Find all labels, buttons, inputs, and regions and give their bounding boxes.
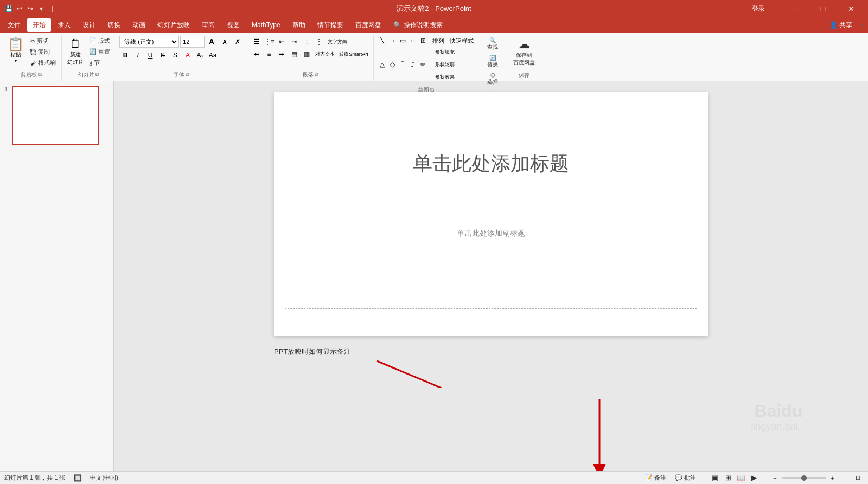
shape-diamond[interactable]: ◇ xyxy=(387,60,397,69)
increase-indent-button[interactable]: ⇥ xyxy=(288,36,300,48)
slide-canvas[interactable]: 单击此处添加标题 单击此处添加副标题 xyxy=(274,92,708,336)
title-placeholder[interactable]: 单击此处添加标题 xyxy=(285,114,697,214)
paragraph-expand-icon[interactable]: ⧉ xyxy=(315,72,318,78)
menu-design[interactable]: 设计 xyxy=(77,18,101,32)
paste-button[interactable]: 📋 粘贴 ▾ xyxy=(4,36,27,68)
layout-button[interactable]: 📄 版式 xyxy=(87,36,112,46)
shape-rect[interactable]: ▭ xyxy=(398,36,407,46)
format-paint-button[interactable]: 🖌 格式刷 xyxy=(28,57,58,68)
text-direction-button[interactable]: 文字方向 xyxy=(326,36,349,48)
shape-triangle[interactable]: △ xyxy=(377,60,387,69)
zoom-out-button[interactable]: − xyxy=(770,474,780,482)
fit-slide-button[interactable]: ⊡ xyxy=(852,473,864,482)
shape-outline-button[interactable]: 形状轮廓 xyxy=(429,59,461,70)
menu-transitions[interactable]: 切换 xyxy=(102,18,126,32)
svg-line-0 xyxy=(377,361,480,388)
columns-button[interactable]: ⋮ xyxy=(313,36,325,48)
zoom-slider[interactable] xyxy=(782,477,826,479)
quick-styles-button[interactable]: 快速样式 xyxy=(449,36,475,46)
shape-connector[interactable]: ⤴ xyxy=(408,60,418,69)
minimize-button[interactable]: ─ xyxy=(782,0,807,17)
menu-baidu-pan[interactable]: 百度网盘 xyxy=(350,18,387,32)
shape-more[interactable]: ⊞ xyxy=(418,36,428,46)
align-center-button[interactable]: ≡ xyxy=(263,48,275,60)
font-size-input[interactable] xyxy=(180,36,205,48)
reading-view-button[interactable]: 📖 xyxy=(735,473,748,483)
menu-search[interactable]: 🔍 操作说明搜索 xyxy=(388,18,448,32)
new-slide-button[interactable]: 🗒 新建 幻灯片 xyxy=(65,36,86,67)
clipboard-expand-icon[interactable]: ⧉ xyxy=(38,72,42,78)
char-case-button[interactable]: Aa xyxy=(207,49,219,61)
bold-button[interactable]: B xyxy=(119,49,131,61)
reset-button[interactable]: 🔄 重置 xyxy=(87,47,112,57)
shape-fill-button[interactable]: 形状填充 xyxy=(429,46,461,58)
shadow-button[interactable]: S xyxy=(169,49,181,61)
font-color-button[interactable]: A xyxy=(182,49,194,61)
slide-sorter-button[interactable]: ⊞ xyxy=(722,473,735,483)
zoom-in-button[interactable]: + xyxy=(828,474,838,482)
copy-button[interactable]: ⿻ 复制 xyxy=(28,47,58,57)
clear-format-button[interactable]: ✗ xyxy=(232,36,244,48)
line-spacing-button[interactable]: ↕ xyxy=(301,36,312,48)
cut-button[interactable]: ✂ 剪切 xyxy=(28,36,58,46)
shape-freeform[interactable]: ✏ xyxy=(418,60,428,69)
increase-font-button[interactable]: A xyxy=(206,36,218,48)
decrease-indent-button[interactable]: ⇤ xyxy=(276,36,288,48)
paragraph-content: ☰ ⋮≡ ⇤ ⇥ ↕ ⋮ 文字方向 ⬅ ≡ ➡ ▤ ▥ 对齐文本 转换Smart… xyxy=(251,36,370,70)
numbering-button[interactable]: ⋮≡ xyxy=(263,36,275,48)
char-spacing-button[interactable]: Aᵥ xyxy=(194,49,206,61)
menu-slideshow[interactable]: 幻灯片放映 xyxy=(152,18,195,32)
italic-button[interactable]: I xyxy=(132,49,144,61)
align-text-button[interactable]: 对齐文本 xyxy=(313,48,337,60)
slide-1-container: 1 xyxy=(4,86,109,145)
underline-button[interactable]: U xyxy=(144,49,156,61)
subtitle-placeholder[interactable]: 单击此处添加副标题 xyxy=(285,220,697,309)
accessibility-button[interactable]: 🔲 xyxy=(72,472,84,484)
menu-view[interactable]: 视图 xyxy=(221,18,245,32)
replace-button[interactable]: 🔄 替换 xyxy=(482,53,503,70)
decrease-font-button[interactable]: A xyxy=(219,36,231,48)
menu-bar: 文件 开始 插入 设计 切换 动画 幻灯片放映 审阅 视图 MathType 帮… xyxy=(0,17,868,33)
menu-help[interactable]: 帮助 xyxy=(287,18,311,32)
menu-mathtype[interactable]: MathType xyxy=(246,19,286,31)
redo-icon[interactable]: ↪ xyxy=(26,4,35,13)
align-right-button[interactable]: ➡ xyxy=(276,48,288,60)
undo-icon[interactable]: ↩ xyxy=(15,4,24,13)
arrange-button[interactable]: 排列 xyxy=(429,36,448,46)
strikethrough-button[interactable]: S xyxy=(157,49,169,61)
close-button[interactable]: ✕ xyxy=(839,0,864,17)
clipboard-content: 📋 粘贴 ▾ ✂ 剪切 ⿻ 复制 🖌 格式刷 xyxy=(4,36,58,70)
bullets-button[interactable]: ☰ xyxy=(251,36,263,48)
slides-expand-icon[interactable]: ⧉ xyxy=(95,72,99,78)
maximize-button[interactable]: □ xyxy=(810,0,835,17)
justify-button[interactable]: ▤ xyxy=(288,48,300,60)
slide-thumbnail-1[interactable] xyxy=(12,86,99,145)
font-name-select[interactable]: 等线 (正文) xyxy=(119,36,179,48)
menu-review[interactable]: 审阅 xyxy=(196,18,220,32)
section-button[interactable]: § 节 xyxy=(87,57,112,68)
to-smartart-button[interactable]: 转换SmartArt xyxy=(337,48,370,60)
signin-button[interactable]: 登录 xyxy=(745,3,771,15)
save-icon[interactable]: 💾 xyxy=(4,4,13,13)
align-left-button[interactable]: ⬅ xyxy=(251,48,263,60)
shape-circle[interactable]: ○ xyxy=(408,36,418,46)
menu-share[interactable]: 👤 共享 xyxy=(824,18,858,32)
slideshow-button[interactable]: ▶ xyxy=(748,473,761,483)
distribute-button[interactable]: ▥ xyxy=(301,48,312,60)
save-to-cloud-button[interactable]: ☁ 保存到 百度网盘 xyxy=(510,36,538,68)
font-expand-icon[interactable]: ⧉ xyxy=(186,72,189,78)
ribbon-expand-button[interactable]: ∧ xyxy=(860,22,864,28)
find-button[interactable]: 🔍 查找 xyxy=(482,36,503,53)
notes-button[interactable]: 📝 备注 xyxy=(642,473,669,483)
menu-home[interactable]: 开始 xyxy=(27,18,51,32)
shape-curved[interactable]: ⌒ xyxy=(398,60,407,69)
comments-button[interactable]: 💬 批注 xyxy=(672,473,699,483)
customize-qat-icon[interactable]: ▾ xyxy=(37,4,46,13)
normal-view-button[interactable]: ▣ xyxy=(709,473,722,483)
shape-arrow[interactable]: → xyxy=(387,36,397,46)
menu-insert[interactable]: 插入 xyxy=(52,18,76,32)
menu-storyboard[interactable]: 情节提要 xyxy=(312,18,349,32)
shape-line[interactable]: ╲ xyxy=(377,36,387,46)
menu-file[interactable]: 文件 xyxy=(2,18,26,32)
menu-animations[interactable]: 动画 xyxy=(127,18,151,32)
